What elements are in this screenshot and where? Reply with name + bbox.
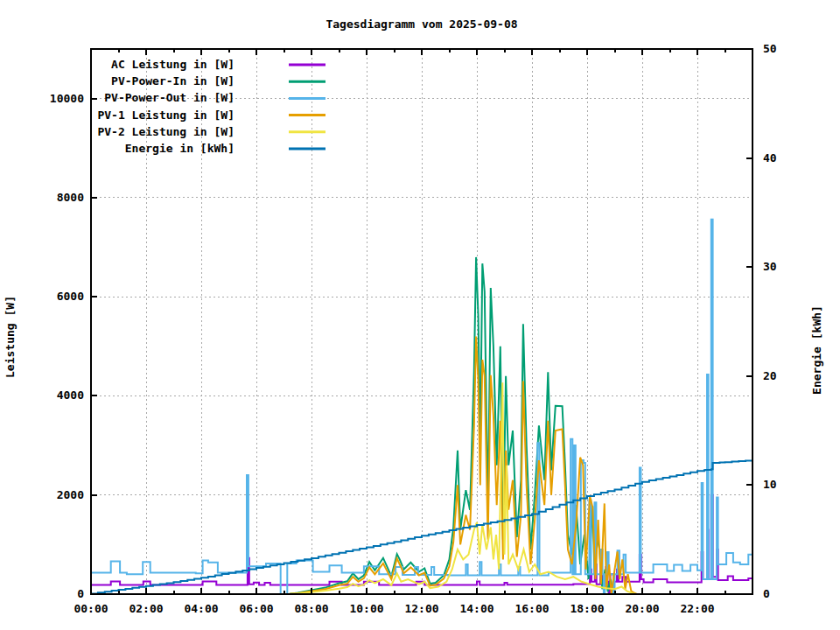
y-left-axis-title: Leistung [W] [4,296,17,378]
chart-title: Tagesdiagramm vom 2025-09-08 [326,18,517,31]
y-right-tick-label: 10 [763,478,777,491]
x-tick-label: 22:00 [680,602,714,615]
x-tick-label: 02:00 [129,602,163,615]
y-right-tick-label: 50 [763,42,777,55]
y-right-axis-title: Energie [kWh] [810,305,823,395]
x-tick-label: 00:00 [74,602,108,615]
legend-label-energie: Energie in [kWh] [125,142,234,155]
x-tick-label: 18:00 [570,602,604,615]
x-tick-label: 08:00 [294,602,328,615]
y-right-tick-label: 0 [763,587,770,600]
legend-label-pv-power-out: PV-Power-Out in [W] [104,91,234,104]
x-tick-label: 14:00 [459,602,494,615]
y-left-tick-label: 0 [77,587,84,600]
y-right-tick-label: 40 [763,151,777,164]
legend-label-pv-power-in: PV-Power-In in [W] [111,74,234,88]
tagesdiagramm-page: Tagesdiagramm vom 2025-09-08 Leistung [W… [0,0,840,630]
x-tick-label: 04:00 [184,602,218,615]
x-tick-label: 10:00 [349,602,383,615]
y-left-tick-label: 4000 [57,388,84,402]
y-left-tick-label: 6000 [57,290,84,303]
x-tick-label: 20:00 [625,602,659,615]
y-left-tick-label: 2000 [57,488,84,501]
x-tick-label: 12:00 [404,602,438,615]
x-tick-label: 06:00 [239,602,273,615]
legend-label-ac-leistung: AC Leistung in [W] [111,58,234,71]
legend-label-pv-1-leistung: PV-1 Leistung in [W] [97,108,234,122]
y-right-tick-label: 30 [763,260,777,273]
y-left-tick-label: 8000 [57,191,84,204]
y-right-tick-label: 20 [763,369,777,382]
x-tick-label: 16:00 [514,602,549,615]
legend-label-pv-2-leistung: PV-2 Leistung in [W] [97,125,234,138]
y-left-tick-label: 10000 [50,92,84,105]
tagesdiagramm-chart: Tagesdiagramm vom 2025-09-08 Leistung [W… [0,0,840,630]
